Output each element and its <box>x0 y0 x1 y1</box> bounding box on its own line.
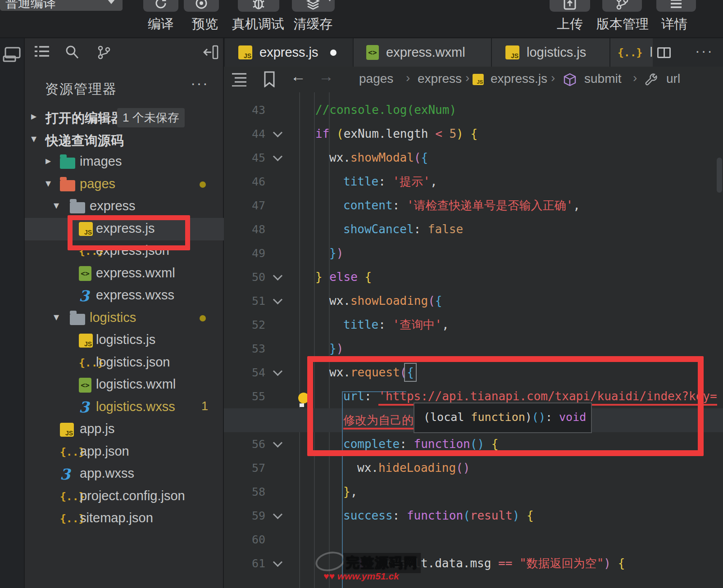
split-editor-icon[interactable] <box>657 47 671 58</box>
tree-item-express-wxss[interactable]: 3express.wxss <box>25 285 224 307</box>
tab-logistics-js[interactable]: JS logistics.js <box>491 38 609 67</box>
outline-list-icon[interactable] <box>231 71 247 88</box>
tree-item-logistics-wxml[interactable]: <>logistics.wxml <box>25 374 224 396</box>
code-line-58[interactable]: 58}, <box>224 480 723 504</box>
tree-item-project-config-json[interactable]: {..}project.config.json <box>25 485 224 508</box>
line-number[interactable]: 57 <box>243 456 265 480</box>
chevron-right-icon[interactable]: ▸ <box>31 110 36 122</box>
line-number[interactable]: 53 <box>243 337 265 361</box>
line-number[interactable]: 47 <box>243 194 265 217</box>
line-number[interactable]: 55 <box>243 384 265 408</box>
chevron-right-icon[interactable]: ▸ <box>45 154 51 167</box>
chevron-down-icon[interactable]: ▾ <box>54 199 59 212</box>
line-number[interactable]: 56 <box>243 432 265 456</box>
code-line-51[interactable]: 51wx.showLoading({ <box>224 289 723 313</box>
line-number[interactable]: 54 <box>243 361 265 384</box>
version-control-button[interactable] <box>602 0 642 12</box>
fold-chevron-icon[interactable] <box>273 366 282 376</box>
code-line-60[interactable]: 60 <box>224 528 723 552</box>
details-button[interactable] <box>656 0 696 12</box>
line-number[interactable]: 48 <box>243 217 265 241</box>
breadcrumb-file[interactable]: express.js <box>491 72 547 86</box>
preview-label[interactable]: 预览 <box>187 15 223 32</box>
line-number[interactable]: 52 <box>243 313 265 337</box>
chevron-down-icon[interactable]: ▾ <box>31 132 36 145</box>
code-line-61[interactable]: 61if (result.data.msg == "数据返回为空") { <box>224 552 723 575</box>
code-line-48[interactable]: 48showCancel: false <box>224 217 723 241</box>
tree-item--[interactable]: ▸打开的编辑器1 个未保存 <box>25 106 224 129</box>
fold-chevron-icon[interactable] <box>273 557 282 567</box>
collapse-sidebar-icon[interactable] <box>203 45 219 62</box>
tree-item-express[interactable]: ▾express <box>25 195 224 218</box>
line-number[interactable]: 50 <box>243 265 265 289</box>
code-line-47[interactable]: 47content: '请检查快递单号是否输入正确', <box>224 194 723 217</box>
chevron-down-icon[interactable]: ▾ <box>54 311 59 323</box>
upload-label[interactable]: 上传 <box>550 15 590 32</box>
compile-button[interactable] <box>143 0 178 12</box>
version-control-label[interactable]: 版本管理 <box>591 15 654 32</box>
line-number[interactable]: 46 <box>243 170 265 194</box>
clear-cache-label[interactable]: 清缓存 <box>288 15 338 32</box>
tree-item-express-wxml[interactable]: <>express.wxml <box>25 262 224 285</box>
line-number[interactable]: 51 <box>243 289 265 313</box>
more-actions-icon[interactable]: ··· <box>695 43 714 59</box>
line-number[interactable]: 60 <box>243 528 265 552</box>
explorer-more-icon[interactable]: ··· <box>191 74 209 92</box>
tree-item-images[interactable]: ▸images <box>25 151 224 173</box>
line-number[interactable]: 49 <box>243 241 265 265</box>
clear-cache-button[interactable] <box>292 0 335 12</box>
git-branch-icon[interactable] <box>96 45 111 62</box>
device-debug-label[interactable]: 真机调试 <box>229 15 287 32</box>
tree-item-app-json[interactable]: {..}app.json <box>25 441 224 463</box>
tree-item-pages[interactable]: ▾pages <box>25 173 224 196</box>
fold-chevron-icon[interactable] <box>273 295 282 304</box>
tree-item-logistics-wxss[interactable]: 3logistics.wxss1 <box>25 396 224 419</box>
tree-item-logistics-js[interactable]: JSlogistics.js <box>25 329 224 352</box>
breadcrumb-submit[interactable]: submit <box>584 72 621 86</box>
unsaved-dot-icon[interactable] <box>330 50 336 56</box>
tree-item-logistics-json[interactable]: {..}logistics.json <box>25 352 224 374</box>
chevron-down-icon[interactable]: ▾ <box>45 177 51 190</box>
breadcrumb-express[interactable]: express <box>418 72 462 86</box>
line-number[interactable]: 43 <box>243 98 265 122</box>
device-debug-button[interactable] <box>238 0 279 12</box>
breadcrumb-pages[interactable]: pages <box>359 72 393 86</box>
details-label[interactable]: 详情 <box>654 15 695 32</box>
simulator-icon[interactable] <box>3 46 22 64</box>
tree-item-app-js[interactable]: JSapp.js <box>25 418 224 441</box>
line-number[interactable]: 45 <box>243 146 265 170</box>
code-line-50[interactable]: 50} else { <box>224 265 723 289</box>
tree-item-app-wxss[interactable]: 3app.wxss <box>25 463 224 485</box>
tree-item-sitemap-json[interactable]: {..}sitemap.json <box>25 507 224 530</box>
fold-chevron-icon[interactable] <box>273 438 282 448</box>
upload-button[interactable] <box>550 0 590 12</box>
back-arrow-icon[interactable]: ← <box>291 68 306 85</box>
open-editors-list-icon[interactable] <box>34 45 50 61</box>
tab-express-wxml[interactable]: <> express.wxml <box>353 38 491 67</box>
code-editor[interactable]: },43//console.log(exNum)44if (exNum.leng… <box>224 67 723 588</box>
bookmark-icon[interactable] <box>263 71 276 89</box>
tab-logistics-json-partial[interactable]: {..} lo <box>609 38 653 67</box>
fold-chevron-icon[interactable] <box>273 128 282 137</box>
fold-chevron-icon[interactable] <box>273 510 282 519</box>
compile-mode-dropdown[interactable]: 普通编译 <box>0 0 123 11</box>
line-number[interactable]: 61 <box>243 552 265 575</box>
breadcrumb-url[interactable]: url <box>666 72 680 86</box>
preview-button[interactable] <box>184 0 219 12</box>
scrollbar-thumb[interactable] <box>717 158 722 193</box>
code-line-45[interactable]: 45wx.showModal({ <box>224 146 723 170</box>
line-number[interactable]: 44 <box>243 122 265 146</box>
tab-express-js[interactable]: JS express.js <box>224 38 353 67</box>
fold-chevron-icon[interactable] <box>273 271 282 280</box>
code-line-43[interactable]: 43//console.log(exNum) <box>224 98 723 122</box>
fold-chevron-icon[interactable] <box>273 152 282 161</box>
code-line-46[interactable]: 46title: '提示', <box>224 170 723 194</box>
compile-label[interactable]: 编译 <box>143 15 179 32</box>
code-line-49[interactable]: 49}) <box>224 241 723 265</box>
code-line-52[interactable]: 52title: '查询中', <box>224 313 723 337</box>
line-number[interactable]: 59 <box>243 504 265 528</box>
line-number[interactable]: 58 <box>243 480 265 504</box>
search-icon[interactable] <box>64 45 80 62</box>
code-line-57[interactable]: 57wx.hideLoading() <box>224 456 723 480</box>
tree-item-logistics[interactable]: ▾logistics <box>25 307 224 330</box>
